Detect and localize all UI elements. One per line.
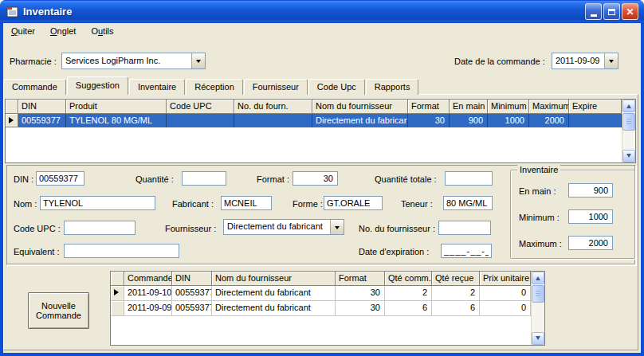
tab-commande[interactable]: Commande: [3, 79, 66, 95]
close-button[interactable]: ✕: [622, 3, 638, 20]
inventory-grid-scrollbar[interactable]: [622, 100, 635, 162]
minimum-field[interactable]: [568, 209, 613, 224]
fabricant-label: Fabricant :: [172, 199, 214, 209]
cell-nom-fournisseur: Directement du fabricant: [212, 301, 336, 316]
chevron-down-icon: [609, 60, 614, 65]
scroll-down-button[interactable]: [532, 332, 544, 345]
menu-text: tils: [103, 26, 113, 36]
tab-rapports[interactable]: Rapports: [366, 79, 419, 95]
no-fournisseur-field[interactable]: [438, 221, 491, 235]
current-row-indicator: [6, 114, 18, 127]
cell-qte-recue: 6: [432, 301, 480, 316]
date-expiration-label: Date d'expiration :: [359, 247, 429, 256]
pharmacy-dropdown-button[interactable]: [191, 53, 205, 68]
col-header-prix-unitaire[interactable]: Prix unitaire: [480, 272, 531, 286]
col-header-maximum[interactable]: Maximum: [529, 100, 569, 114]
scroll-thumb[interactable]: [532, 285, 544, 303]
col-header-qte-comm[interactable]: Qté comm.: [385, 272, 432, 286]
maximum-field[interactable]: [568, 236, 613, 250]
cell-commande: 2011-09-09: [124, 301, 172, 316]
col-header-commande[interactable]: Commande: [124, 272, 172, 286]
cell-format: 30: [336, 286, 385, 301]
inventory-grid-header: DIN Produit Code UPC No. du fourn. Nom d…: [6, 100, 635, 114]
col-header-nom-fournisseur[interactable]: Nom du fournisseur: [312, 100, 408, 114]
cell-nom-fournisseur: Directement du fabricant: [312, 114, 408, 127]
scroll-track[interactable]: [622, 131, 635, 150]
orders-grid-scrollbar[interactable]: [531, 272, 544, 345]
col-header-code-upc[interactable]: Code UPC: [167, 100, 234, 114]
teneur-field[interactable]: [443, 196, 493, 210]
tab-fournisseur[interactable]: Fournisseur: [244, 79, 308, 95]
en-main-field[interactable]: [568, 183, 613, 198]
orders-grid-row[interactable]: 2011-09-09 00559377 Directement du fabri…: [111, 301, 544, 316]
inventory-groupbox-title: Inventaire: [517, 165, 560, 174]
scroll-thumb[interactable]: [622, 113, 635, 131]
inventory-groupbox: Inventaire En main : Minimum : Maximum :: [510, 170, 635, 259]
col-header-format[interactable]: Format: [408, 100, 450, 114]
col-header-produit[interactable]: Produit: [66, 100, 167, 114]
fabricant-field[interactable]: [221, 196, 272, 210]
code-upc-field[interactable]: [64, 221, 135, 235]
cell-din: 00559377: [172, 301, 212, 316]
maximize-icon: [608, 9, 615, 15]
cell-din: 00559377: [172, 286, 212, 301]
cell-code-upc: [167, 114, 234, 127]
tab-reception[interactable]: Réception: [186, 79, 243, 95]
scroll-up-button[interactable]: [622, 100, 635, 112]
fournisseur-value: Directement du fabricant: [224, 220, 330, 234]
col-header-nom-fournisseur[interactable]: Nom du fournisseur: [212, 272, 336, 286]
orders-grid-row[interactable]: 2011-09-10 00559377 Directement du fabri…: [111, 286, 544, 301]
order-date-label: Date de la commande :: [454, 57, 545, 66]
date-expiration-field[interactable]: [441, 244, 492, 258]
window-controls: ✕: [585, 3, 638, 20]
nom-field[interactable]: [40, 196, 155, 210]
scroll-down-icon: [536, 336, 540, 342]
en-main-label: En main :: [519, 186, 556, 196]
cell-qte-comm: 6: [385, 301, 432, 316]
menu-item-onglet[interactable]: Onglet: [47, 25, 83, 38]
cell-prix-unitaire: 0: [480, 286, 531, 301]
din-field[interactable]: [36, 171, 84, 186]
inventory-grid: DIN Produit Code UPC No. du fourn. Nom d…: [5, 99, 636, 163]
quantite-totale-label: Quantité totale :: [375, 174, 437, 184]
col-header-din[interactable]: DIN: [18, 100, 66, 114]
col-header-en-main[interactable]: En main: [450, 100, 488, 114]
order-date-select[interactable]: 2011-09-09: [552, 53, 618, 69]
inventory-grid-row[interactable]: 00559377 TYLENOL 80 MG/ML Directement du…: [6, 114, 635, 127]
minimize-button[interactable]: [585, 3, 602, 20]
new-order-button[interactable]: Nouvelle Commande: [28, 292, 89, 329]
scroll-down-button[interactable]: [622, 150, 635, 162]
menu-accesskey: Q: [11, 26, 18, 36]
scroll-up-button[interactable]: [532, 272, 544, 284]
tab-code-upc[interactable]: Code Upc: [308, 79, 365, 95]
quantite-field[interactable]: [182, 171, 226, 186]
col-header-qte-recue[interactable]: Qté reçue: [432, 272, 480, 286]
order-date-dropdown-button[interactable]: [604, 53, 618, 68]
equivalent-field[interactable]: [64, 244, 179, 258]
fournisseur-select[interactable]: Directement du fabricant: [223, 219, 344, 235]
col-header-expire[interactable]: Expire: [569, 100, 622, 114]
col-header-minimum[interactable]: Minimum: [488, 100, 529, 114]
minimize-icon: [591, 14, 597, 17]
fournisseur-dropdown-button[interactable]: [330, 220, 344, 234]
close-icon: ✕: [626, 7, 634, 17]
col-header-no-fourn[interactable]: No. du fourn.: [234, 100, 312, 114]
chevron-down-icon: [335, 226, 340, 232]
chevron-down-icon: [196, 60, 201, 65]
scroll-down-icon: [626, 154, 631, 160]
scroll-track[interactable]: [532, 303, 544, 332]
pharmacy-select[interactable]: Services LogiPharm Inc.: [61, 53, 206, 69]
quantite-totale-field[interactable]: [445, 171, 493, 186]
scroll-up-icon: [536, 274, 540, 280]
menu-text: O: [91, 26, 98, 36]
fournisseur-label: Fournisseur :: [165, 224, 216, 233]
format-field[interactable]: [293, 171, 338, 186]
col-header-format[interactable]: Format: [336, 272, 385, 286]
tab-suggestion[interactable]: Suggestion: [67, 76, 128, 95]
menu-item-outils[interactable]: Outils: [88, 25, 120, 38]
maximize-button[interactable]: [603, 3, 620, 20]
tab-inventaire[interactable]: Inventaire: [129, 79, 185, 95]
forme-field[interactable]: [324, 196, 383, 210]
col-header-din[interactable]: DIN: [172, 272, 212, 286]
menu-item-quiter[interactable]: Quiter: [8, 25, 42, 38]
